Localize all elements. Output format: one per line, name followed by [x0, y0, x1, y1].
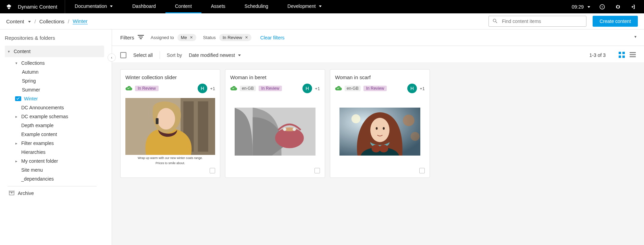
- card-title: Winter collection slider: [125, 74, 215, 80]
- filter-status-key: Status: [203, 35, 216, 40]
- nav-content[interactable]: Content: [165, 0, 201, 13]
- tree-root-label: Content: [14, 49, 30, 54]
- tree-hierarchies[interactable]: Hierarchies: [5, 148, 104, 157]
- chevron-down-icon[interactable]: [28, 19, 31, 24]
- tree-root-content[interactable]: ▾ Content: [5, 46, 104, 57]
- grid-view-button[interactable]: [619, 52, 625, 59]
- locale-chip: en-GB: [240, 86, 256, 91]
- expand-filter-bar[interactable]: ▾: [634, 34, 636, 39]
- clock[interactable]: 09:29: [572, 4, 591, 10]
- tree-dependancies[interactable]: _dependancies: [5, 174, 104, 183]
- svg-point-26: [351, 114, 360, 123]
- nav-dashboard[interactable]: Dashboard: [123, 0, 165, 13]
- sync-ok-icon: [230, 86, 237, 91]
- result-count: 1-3 of 3: [590, 52, 606, 58]
- tree-label: My content folder: [21, 158, 58, 164]
- clear-filters-link[interactable]: Clear filters: [260, 35, 285, 40]
- chevron-down-icon: ▾: [7, 49, 11, 54]
- chevron-right-icon: ▸: [14, 159, 18, 163]
- content-card[interactable]: Woman in scarf en-GB In Review H +1: [330, 69, 430, 178]
- select-all-checkbox[interactable]: [120, 52, 126, 58]
- logout-icon[interactable]: [630, 3, 638, 11]
- breadcrumb-collections[interactable]: Collections: [39, 19, 64, 24]
- chevron-down-icon: [319, 3, 322, 9]
- select-all-label[interactable]: Select all: [133, 52, 153, 58]
- assignee-extra-count: +1: [210, 86, 215, 91]
- assignee-extra-count: +1: [315, 86, 320, 91]
- chip-label: Me: [181, 35, 187, 40]
- card-thumbnail: Wrap up warm with our new winter coats r…: [125, 98, 215, 165]
- svg-point-23: [283, 128, 286, 131]
- filters-label: Filters: [120, 35, 134, 40]
- sort-value-label: Date modified newest: [189, 52, 235, 58]
- tree-divider: [8, 186, 97, 186]
- card-title: Woman in scarf: [335, 74, 425, 80]
- sidebar-item-spring[interactable]: Spring: [5, 76, 104, 85]
- content-card[interactable]: Woman in beret en-GB In Review H +1: [225, 69, 325, 178]
- banner-caption-line1: Wrap up warm with our new winter coats r…: [138, 156, 203, 160]
- card-meta: en-GB In Review H +1: [230, 84, 320, 93]
- card-select-checkbox[interactable]: [210, 168, 215, 173]
- tree-example-content[interactable]: Example content: [5, 130, 104, 139]
- search-icon: [492, 18, 498, 25]
- tree-label: Site menu: [21, 167, 43, 173]
- tree-label: Example content: [21, 132, 57, 137]
- sidebar-item-label: Summer: [22, 87, 40, 93]
- brand-logo-icon: [5, 3, 13, 11]
- filters-toggle[interactable]: Filters: [120, 35, 144, 40]
- sidebar-item-label: Winter: [24, 96, 38, 101]
- search-input[interactable]: [501, 18, 583, 24]
- nav-documentation[interactable]: Documentation: [65, 0, 123, 13]
- help-icon[interactable]: ?: [598, 3, 606, 11]
- gear-icon[interactable]: [614, 3, 622, 11]
- list-view-button[interactable]: [630, 52, 636, 59]
- top-right: 09:29 ?: [566, 0, 644, 13]
- nav-assets[interactable]: Assets: [201, 0, 235, 13]
- svg-rect-8: [622, 52, 625, 54]
- breadcrumb-current[interactable]: Winter: [73, 18, 87, 24]
- breadcrumb-root[interactable]: Content: [6, 19, 24, 24]
- card-footer: [230, 165, 320, 173]
- tree-collections[interactable]: ▾ Collections: [5, 59, 104, 68]
- view-toggle: [619, 52, 636, 59]
- search-input-wrap[interactable]: [488, 16, 586, 27]
- svg-point-32: [372, 145, 381, 152]
- chevron-right-icon: ▸: [14, 114, 18, 119]
- status-badge: In Review: [363, 86, 387, 91]
- tree-my-content-folder[interactable]: ▸ My content folder: [5, 157, 104, 166]
- top-nav: Documentation Dashboard Content Assets S…: [65, 0, 566, 13]
- sidebar-title: Repositories & folders: [5, 35, 112, 41]
- sidebar-item-winter[interactable]: Winter: [5, 94, 104, 103]
- close-icon[interactable]: ✕: [190, 35, 193, 40]
- chevron-left-icon: ‹: [111, 55, 112, 60]
- nav-scheduling[interactable]: Scheduling: [235, 0, 278, 13]
- card-select-checkbox[interactable]: [419, 168, 425, 173]
- nav-assets-label: Assets: [211, 3, 225, 9]
- filter-bar: Filters Assigned to Me ✕ Status In Revie…: [112, 29, 644, 46]
- archive-link[interactable]: Archive: [5, 188, 104, 198]
- tree-example-schemas[interactable]: ▸ DC example schemas: [5, 112, 104, 121]
- svg-rect-19: [156, 118, 159, 124]
- nav-content-label: Content: [175, 3, 192, 9]
- sub-bar: Content / Collections / Winter Create co…: [0, 13, 644, 29]
- sort-value-dropdown[interactable]: Date modified newest: [189, 52, 241, 58]
- sidebar-item-summer[interactable]: Summer: [5, 85, 104, 94]
- tree-filter-examples[interactable]: ▸ Filter examples: [5, 139, 104, 148]
- nav-development[interactable]: Development: [278, 0, 332, 13]
- card-select-checkbox[interactable]: [314, 168, 320, 173]
- create-content-button[interactable]: Create content: [593, 16, 638, 27]
- filter-assigned-chip[interactable]: Me ✕: [177, 34, 196, 41]
- clock-value: 09:29: [572, 4, 584, 10]
- chevron-down-icon: [587, 4, 591, 10]
- thumbnail-image: [339, 108, 420, 156]
- collapse-sidebar-button[interactable]: ‹: [108, 53, 116, 62]
- sync-ok-icon: [335, 86, 342, 91]
- tree-depth-example[interactable]: Depth example: [5, 121, 104, 130]
- content-card[interactable]: Winter collection slider In Review H +1: [120, 69, 220, 178]
- filter-status-chip[interactable]: In Review ✕: [219, 34, 251, 41]
- tree-site-menu[interactable]: Site menu: [5, 166, 104, 174]
- tree-announcements[interactable]: DC Announcements: [5, 103, 104, 112]
- sidebar-item-autumn[interactable]: Autumn: [5, 68, 104, 76]
- close-icon[interactable]: ✕: [245, 35, 248, 40]
- tree-label: Filter examples: [21, 140, 54, 146]
